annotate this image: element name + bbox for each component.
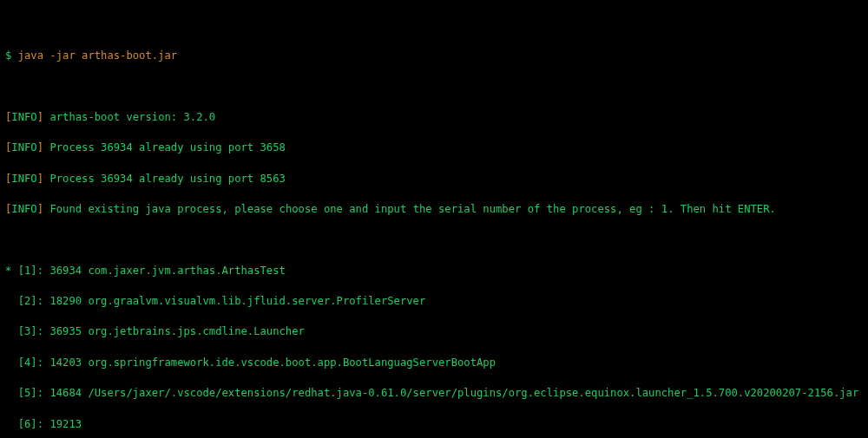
cmd-text: java -jar arthas-boot.jar (18, 49, 177, 62)
info-line: [INFO] Process 36934 already using port … (5, 172, 863, 187)
cmd-line: $ java -jar arthas-boot.jar (5, 49, 863, 64)
info-line: [INFO] arthas-boot version: 3.2.0 (5, 110, 863, 126)
process-row: [4]: 14203 org.springframework.ide.vscod… (5, 356, 863, 371)
process-row: [3]: 36935 org.jetbrains.jps.cmdline.Lau… (5, 324, 863, 340)
selection-star: * (5, 265, 11, 277)
process-row: [5]: 14684 /Users/jaxer/.vscode/extensio… (5, 386, 863, 402)
info-line: [INFO] Found existing java process, plea… (5, 202, 863, 218)
terminal[interactable]: $ java -jar arthas-boot.jar [INFO] artha… (0, 0, 868, 438)
info-line: [INFO] Process 36934 already using port … (5, 141, 863, 156)
prompt-dollar: $ (5, 49, 11, 62)
process-row: * [1]: 36934 com.jaxer.jvm.arthas.Arthas… (5, 264, 863, 279)
process-row: [2]: 18290 org.graalvm.visualvm.lib.jflu… (5, 294, 863, 310)
process-row: [6]: 19213 (5, 417, 863, 433)
